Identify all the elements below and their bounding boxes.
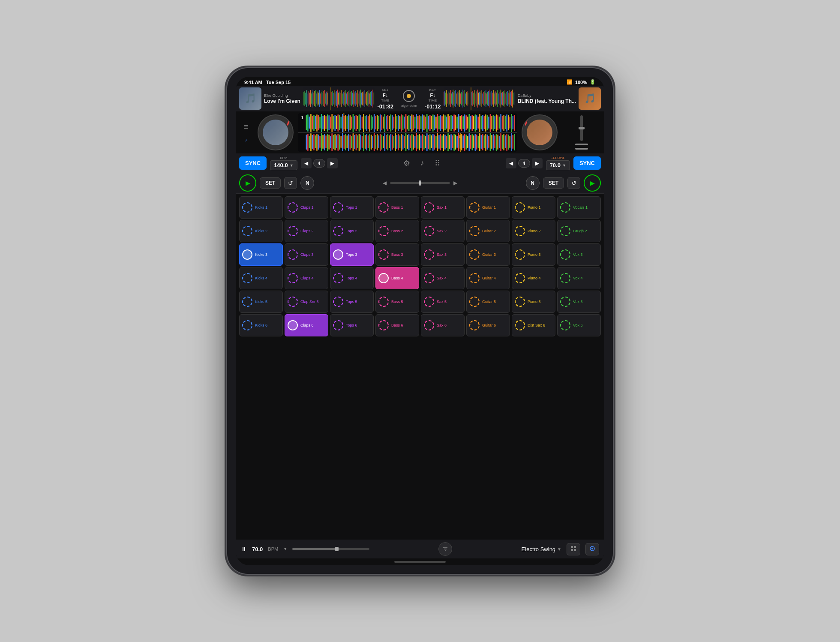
right-deck-waveform[interactable] [443, 87, 515, 110]
pad-cell[interactable]: Vox 4 [557, 267, 601, 289]
svg-rect-112 [466, 92, 467, 105]
pad-cell[interactable]: Sax 4 [421, 267, 465, 289]
right-bpm-display[interactable]: 70.0 ▼ [546, 160, 570, 170]
right-play-button[interactable]: ▶ [584, 174, 601, 192]
svg-rect-235 [405, 114, 407, 132]
pad-cell[interactable]: Kicks 2 [239, 220, 283, 242]
right-vol-slider[interactable] [575, 144, 588, 145]
pad-cell[interactable]: Vox 5 [557, 291, 601, 313]
pad-cell[interactable]: Guitar 4 [466, 267, 510, 289]
menu-button[interactable]: ≡ [242, 121, 250, 133]
main-waveform-display[interactable]: 1 /* inline bars via rect elements */ [298, 113, 517, 152]
pause-button[interactable]: ⏸ [241, 546, 247, 552]
pad-cell[interactable]: Dist Sax 6 [512, 314, 555, 336]
pad-cell[interactable]: Kicks 1 [239, 196, 283, 219]
left-deck-waveform[interactable] [303, 87, 375, 110]
right-set-button[interactable]: SET [543, 177, 564, 189]
pad-cell[interactable]: Tops 3 [330, 243, 374, 266]
pitch-left-arrow[interactable]: ◀ [383, 180, 387, 186]
pitch-bar[interactable] [390, 182, 450, 184]
right-sync-button[interactable]: SYNC [573, 156, 601, 170]
left-set-button[interactable]: SET [260, 177, 281, 189]
pad-cell[interactable]: Vocals 1 [557, 196, 601, 219]
pad-cell[interactable]: Sax 5 [421, 291, 465, 313]
pad-cell[interactable]: Sax 1 [421, 196, 465, 219]
pad-cell[interactable]: Guitar 6 [466, 314, 510, 336]
left-turntable[interactable] [256, 113, 295, 152]
pad-cell[interactable]: Claps 6 [285, 314, 328, 336]
right-eq-slider[interactable] [575, 148, 588, 150]
pitch-right-arrow[interactable]: ▶ [453, 180, 457, 186]
pad-cell[interactable]: Piano 5 [512, 291, 555, 313]
pad-cell[interactable]: Sax 6 [421, 314, 465, 336]
pad-cell[interactable]: Guitar 1 [466, 196, 510, 219]
pad-cell[interactable]: Piano 2 [512, 220, 555, 242]
target-button[interactable] [585, 543, 599, 555]
music-button[interactable]: ♪ [419, 157, 426, 169]
left-bpm-display[interactable]: 140.0 ▼ [270, 160, 297, 170]
record-button[interactable] [403, 90, 415, 102]
right-skip-back[interactable]: ◀ [506, 158, 516, 168]
bpm-slider[interactable] [292, 548, 369, 550]
pad-cell[interactable]: Tops 2 [330, 220, 374, 242]
pad-cell[interactable]: Claps 4 [285, 267, 328, 289]
pad-cell[interactable]: Laugh 2 [557, 220, 601, 242]
pad-cell[interactable]: Tops 6 [330, 314, 374, 336]
left-skip-back[interactable]: ◀ [301, 158, 312, 168]
pad-cell[interactable]: Claps 2 [285, 220, 328, 242]
svg-rect-63 [357, 90, 357, 107]
svg-rect-253 [432, 114, 434, 132]
pad-cell[interactable]: Tops 5 [330, 291, 374, 313]
bottom-bar: ⏸ 70.0 BPM ▼ Elec [236, 540, 604, 558]
pad-cell[interactable]: Kicks 3 [239, 243, 283, 266]
left-fx-button[interactable]: ♪ [243, 136, 249, 144]
svg-rect-67 [360, 90, 361, 108]
right-skip-fwd[interactable]: ▶ [532, 158, 543, 168]
grid-button[interactable] [567, 543, 580, 555]
pad-cell[interactable]: Clap Snr 5 [285, 291, 328, 313]
filter-button[interactable] [438, 542, 452, 556]
pad-cell[interactable]: Claps 1 [285, 196, 328, 219]
pad-cell[interactable]: Bass 1 [375, 196, 419, 219]
pad-cell[interactable]: Kicks 4 [239, 267, 283, 289]
svg-rect-23 [322, 90, 322, 108]
pad-cell[interactable]: Guitar 5 [466, 291, 510, 313]
left-n-button[interactable]: N [300, 176, 314, 190]
pad-cell[interactable]: Vox 6 [557, 314, 601, 336]
pad-cell[interactable]: Tops 1 [330, 196, 374, 219]
pad-cell[interactable]: Kicks 6 [239, 314, 283, 336]
left-loop-button[interactable]: ↺ [284, 177, 297, 189]
pad-cell[interactable]: Guitar 2 [466, 220, 510, 242]
pad-cell[interactable]: Piano 1 [512, 196, 555, 219]
right-pitch-slider[interactable] [580, 115, 583, 141]
pad-cell[interactable]: Bass 4 [375, 267, 419, 289]
pad-cell[interactable]: Claps 3 [285, 243, 328, 266]
left-sync-button[interactable]: SYNC [239, 156, 267, 170]
pad-cell[interactable]: Kicks 5 [239, 291, 283, 313]
bpm-unit-arrow[interactable]: ▼ [283, 547, 287, 551]
pad-cell[interactable]: Sax 3 [421, 243, 465, 266]
pad-cell[interactable]: Piano 4 [512, 267, 555, 289]
pad-cell[interactable]: Bass 2 [375, 220, 419, 242]
left-play-button[interactable]: ▶ [239, 174, 256, 192]
grid-view-button[interactable]: ⠿ [433, 157, 442, 170]
pad-cell[interactable]: Guitar 3 [466, 243, 510, 266]
pad-label: Vox 5 [573, 300, 583, 304]
pad-cell[interactable]: Bass 3 [375, 243, 419, 266]
pad-cell[interactable]: Sax 2 [421, 220, 465, 242]
right-turntable[interactable] [520, 113, 559, 152]
pad-cell[interactable]: Piano 3 [512, 243, 555, 266]
right-n-button[interactable]: N [526, 176, 540, 190]
svg-rect-101 [457, 92, 458, 105]
eq-button[interactable]: ⚙ [402, 157, 412, 170]
left-skip-fwd[interactable]: ▶ [327, 158, 338, 168]
pad-cell[interactable]: Vox 3 [557, 243, 601, 266]
pad-cell[interactable]: Tops 4 [330, 267, 374, 289]
genre-selector[interactable]: Electro Swing ▼ [522, 546, 561, 552]
svg-rect-359 [380, 134, 381, 151]
pad-cell[interactable]: Bass 6 [375, 314, 419, 336]
svg-rect-188 [334, 115, 336, 131]
svg-rect-354 [372, 136, 373, 148]
right-loop-button[interactable]: ↺ [567, 177, 580, 189]
pad-cell[interactable]: Bass 5 [375, 291, 419, 313]
